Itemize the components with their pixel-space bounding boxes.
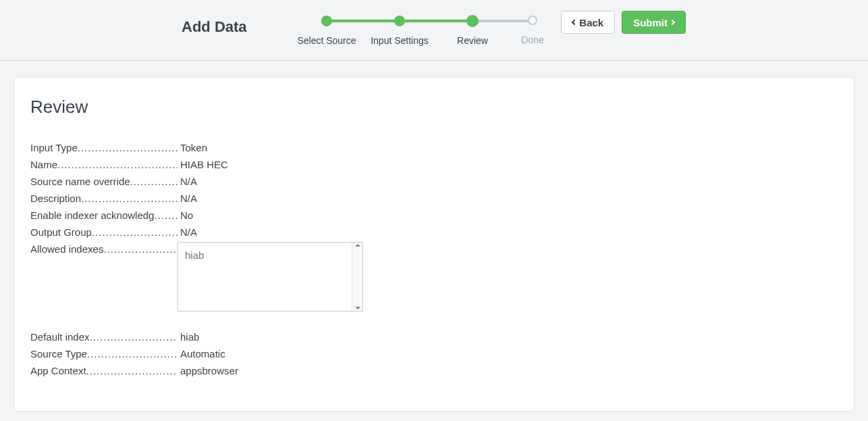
review-label: App Context xyxy=(30,362,178,379)
label-text: Name xyxy=(30,159,57,170)
review-row-name: Name HIAB HEC xyxy=(30,156,838,173)
stepper: Select Source Input Settings Review Done xyxy=(290,15,556,46)
review-row-source-name-override: Source name override N/A xyxy=(30,173,838,190)
label-text: Output Group xyxy=(30,226,92,238)
review-row-enable-indexer-ack: Enable indexer acknowledg No xyxy=(30,207,838,224)
back-button[interactable]: Back xyxy=(561,11,615,34)
step-label: Review xyxy=(457,35,488,46)
step-connector xyxy=(327,20,400,22)
chevron-right-icon xyxy=(670,20,675,25)
label-text: Description xyxy=(30,193,81,204)
review-label: Source Type xyxy=(30,345,178,362)
step-label: Input Settings xyxy=(371,35,429,46)
label-text: Default index xyxy=(30,331,90,343)
listbox-item[interactable]: hiab xyxy=(185,249,204,261)
spacer xyxy=(30,312,838,328)
review-label: Allowed indexes xyxy=(30,241,178,257)
submit-button-label: Submit xyxy=(633,17,668,28)
listbox-scrollbar[interactable] xyxy=(352,243,362,311)
step-connector xyxy=(400,20,472,22)
review-label: Description xyxy=(30,190,178,207)
back-button-label: Back xyxy=(579,17,603,28)
review-value: hiab xyxy=(178,328,199,345)
label-text: Allowed indexes xyxy=(30,243,103,255)
wizard-header: Add Data Select Source Input Settings Re… xyxy=(0,0,868,61)
label-text: Input Type xyxy=(30,142,78,153)
review-value: N/A xyxy=(178,224,197,241)
page-title: Add Data xyxy=(182,18,247,36)
review-value: HIAB HEC xyxy=(178,156,228,173)
review-value: N/A xyxy=(178,190,197,207)
label-text: Enable indexer acknowledg xyxy=(30,209,154,221)
review-label: Enable indexer acknowledg xyxy=(30,207,178,224)
review-card: Review Input Type Token Name HIAB HEC So… xyxy=(13,77,855,412)
label-text: Source Type xyxy=(30,348,87,360)
review-value: No xyxy=(178,207,193,224)
review-label: Name xyxy=(30,156,178,173)
step-dot-icon xyxy=(466,15,479,27)
review-row-description: Description N/A xyxy=(30,190,838,207)
step-connector xyxy=(472,20,531,22)
review-value: N/A xyxy=(178,173,197,190)
review-value: Token xyxy=(178,139,207,156)
step-dot-icon xyxy=(528,16,537,25)
review-row-allowed-indexes: Allowed indexes hiab xyxy=(30,241,838,312)
submit-button[interactable]: Submit xyxy=(622,11,686,34)
review-row-output-group: Output Group N/A xyxy=(30,224,838,241)
review-label: Source name override xyxy=(30,173,178,190)
review-label: Input Type xyxy=(30,139,178,156)
label-text: Source name override xyxy=(30,176,130,187)
step-label: Select Source xyxy=(297,35,356,46)
review-row-source-type: Source Type Automatic xyxy=(30,345,838,362)
review-label: Output Group xyxy=(30,224,178,241)
wizard-actions: Back Submit xyxy=(561,11,686,34)
review-row-app-context: App Context appsbrowser xyxy=(30,362,838,379)
review-row-default-index: Default index hiab xyxy=(30,328,838,345)
review-value: appsbrowser xyxy=(178,362,238,379)
label-text: App Context xyxy=(30,365,86,376)
triangle-down-icon xyxy=(355,307,360,309)
allowed-indexes-listbox[interactable]: hiab xyxy=(178,242,363,312)
step-dot-icon xyxy=(394,16,405,26)
review-value: Automatic xyxy=(178,345,225,362)
step-label: Done xyxy=(521,34,543,45)
review-label: Default index xyxy=(30,328,178,345)
review-row-input-type: Input Type Token xyxy=(30,139,838,156)
section-title: Review xyxy=(30,97,838,118)
triangle-up-icon xyxy=(355,244,360,247)
step-dot-icon xyxy=(321,16,332,26)
chevron-left-icon xyxy=(572,20,577,25)
